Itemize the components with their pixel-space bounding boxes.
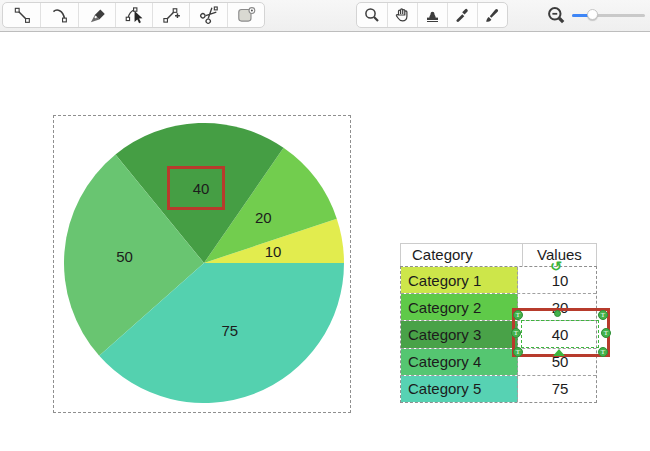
arc-tool-icon xyxy=(49,5,69,25)
selection-handle-top-right[interactable]: T xyxy=(598,310,608,320)
table-cell-category[interactable]: Category 5 xyxy=(401,376,518,402)
pen-tool-icon xyxy=(87,5,107,25)
add-node-tool-icon xyxy=(161,5,181,25)
shape-corner-tool-icon xyxy=(236,5,256,25)
brush-tool-button[interactable] xyxy=(477,3,507,27)
table-row: Category 5 75 xyxy=(401,375,596,402)
pan-tool-button[interactable] xyxy=(387,3,417,27)
eyedropper-tool-icon xyxy=(453,6,471,24)
split-tool-button[interactable] xyxy=(189,3,226,27)
zoom-tool-button[interactable] xyxy=(357,3,387,27)
add-node-tool-button[interactable] xyxy=(152,3,189,27)
text-box-dashed-outline xyxy=(521,320,599,348)
line-tool-icon xyxy=(12,5,32,25)
edit-nodes-tool-icon xyxy=(124,5,144,25)
zoom-slider-handle[interactable] xyxy=(587,9,598,20)
table-cell-category[interactable]: Category 3 xyxy=(401,321,518,347)
stamp-tool-button[interactable] xyxy=(417,3,447,27)
table-cell-category[interactable]: Category 4 xyxy=(401,349,518,375)
zoom-out-icon[interactable] xyxy=(546,5,568,31)
arc-tool-button[interactable] xyxy=(40,3,77,27)
selection-handle-bottom-left[interactable]: T xyxy=(513,347,523,357)
pie-slice-label: 50 xyxy=(116,248,133,265)
split-scissors-tool-icon xyxy=(199,5,219,25)
selection-handle-top-center[interactable] xyxy=(554,310,561,317)
table-header-category[interactable]: Category xyxy=(401,244,523,266)
zoom-tool-icon xyxy=(363,6,381,24)
draw-tools-group xyxy=(2,2,265,28)
drawing-canvas[interactable]: 1020405075 Category Values Category 1 10… xyxy=(0,32,650,451)
table-cell-category[interactable]: Category 2 xyxy=(401,294,518,320)
pie-label-highlight-rect xyxy=(167,166,225,210)
selection-handle-bottom-right[interactable]: T xyxy=(598,347,608,357)
selection-handle-top-left[interactable]: T xyxy=(513,310,523,320)
zoom-slider-track[interactable] xyxy=(572,14,645,17)
edit-nodes-tool-button[interactable] xyxy=(115,3,152,27)
table-row: Category 1 10 xyxy=(401,267,596,293)
toolbar xyxy=(0,0,650,32)
table-cell-category[interactable]: Category 1 xyxy=(401,267,518,293)
table-header-row: Category Values xyxy=(400,243,597,266)
pan-hand-tool-icon xyxy=(393,6,411,24)
pen-tool-button[interactable] xyxy=(78,3,115,27)
pie-slice-label: 20 xyxy=(255,209,272,226)
pie-chart[interactable]: 1020405075 xyxy=(64,123,344,403)
brush-tool-icon xyxy=(483,6,501,24)
pie-slice-label: 10 xyxy=(265,243,282,260)
stamp-tool-icon xyxy=(423,6,441,24)
table-cell-value[interactable]: 75 xyxy=(524,376,596,402)
selection-handle-mid-left[interactable]: T xyxy=(511,328,521,338)
selection-handle-mid-right[interactable]: T xyxy=(601,328,611,338)
eyedropper-tool-button[interactable] xyxy=(447,3,477,27)
view-tools-group xyxy=(356,2,508,28)
rotate-handle-icon[interactable]: ↺ xyxy=(550,259,562,273)
shape-corner-tool-button[interactable] xyxy=(227,3,264,27)
vector-editor-window: 1020405075 Category Values Category 1 10… xyxy=(0,0,650,451)
line-tool-button[interactable] xyxy=(3,3,40,27)
autogrow-arrow-icon xyxy=(553,349,565,356)
pie-slice-label: 75 xyxy=(221,322,238,339)
